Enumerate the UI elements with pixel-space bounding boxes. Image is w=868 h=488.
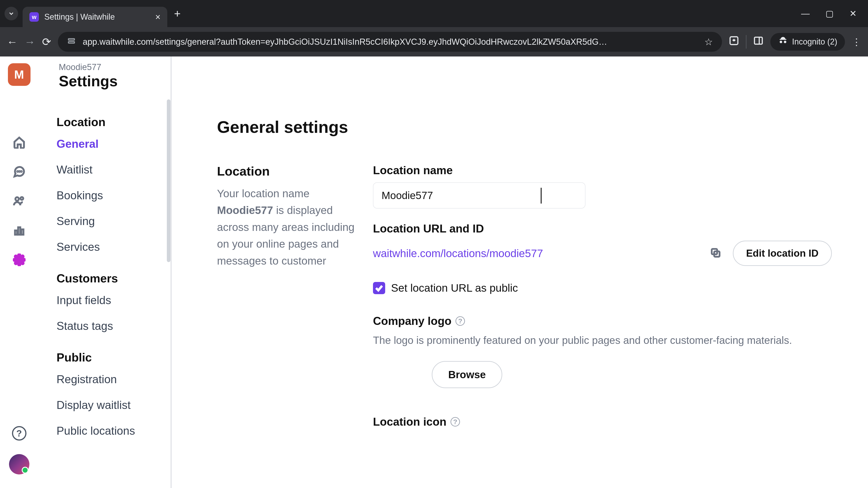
svg-point-5 xyxy=(17,171,18,172)
org-avatar[interactable]: M xyxy=(8,63,31,86)
browser-menu-icon[interactable]: ⋮ xyxy=(852,36,861,47)
back-button[interactable]: ← xyxy=(7,36,18,48)
svg-point-8 xyxy=(16,197,19,201)
icon-help-icon[interactable]: ? xyxy=(451,417,460,427)
svg-point-7 xyxy=(21,171,22,172)
svg-rect-3 xyxy=(754,37,763,44)
section-description: Your location name Moodie577 is displaye… xyxy=(217,185,355,269)
svg-rect-12 xyxy=(21,229,23,234)
sidebar-item-serving[interactable]: Serving xyxy=(57,215,170,228)
nav-rail: M ? xyxy=(0,57,38,488)
browser-titlebar: w Settings | Waitwhile × + — ▢ ✕ xyxy=(0,0,868,27)
sidebar-item-bookings[interactable]: Bookings xyxy=(57,189,170,202)
window-close-icon[interactable]: ✕ xyxy=(849,9,857,18)
forward-button[interactable]: → xyxy=(24,36,35,48)
side-panel-icon[interactable] xyxy=(753,35,764,48)
svg-point-6 xyxy=(19,171,20,172)
svg-rect-1 xyxy=(68,41,74,43)
text-caret xyxy=(541,188,541,203)
tab-favicon: w xyxy=(29,12,39,22)
section-heading-location: Location xyxy=(217,164,355,178)
sidebar-item-input-fields[interactable]: Input fields xyxy=(57,294,170,307)
help-icon[interactable]: ? xyxy=(12,426,26,441)
sidebar-item-display-waitlist[interactable]: Display waitlist xyxy=(57,398,170,412)
svg-point-9 xyxy=(20,197,23,200)
window-maximize-icon[interactable]: ▢ xyxy=(826,9,834,18)
label-location-url: Location URL and ID xyxy=(373,222,832,235)
sidebar-item-general[interactable]: General xyxy=(57,137,170,151)
sidebar-group-public: Public xyxy=(57,351,170,364)
new-tab-button[interactable]: + xyxy=(174,7,181,20)
edit-location-id-button[interactable]: Edit location ID xyxy=(733,240,832,266)
browser-toolbar: ← → ⟳ app.waitwhile.com/settings/general… xyxy=(0,27,868,57)
sidebar-group-customers: Customers xyxy=(57,271,170,285)
sidebar-item-public-locations[interactable]: Public locations xyxy=(57,424,170,437)
chat-icon[interactable] xyxy=(12,165,26,178)
tab-close-icon[interactable]: × xyxy=(155,12,160,22)
svg-rect-11 xyxy=(18,227,20,235)
toolbar-divider xyxy=(746,35,746,48)
label-company-logo: Company logo ? xyxy=(373,315,832,328)
label-location-icon: Location icon ? xyxy=(373,415,832,428)
window-minimize-icon[interactable]: — xyxy=(801,9,810,18)
site-info-icon[interactable] xyxy=(67,36,76,47)
home-icon[interactable] xyxy=(12,135,26,149)
svg-rect-10 xyxy=(15,230,17,235)
sidebar-item-waitlist[interactable]: Waitlist xyxy=(57,163,170,176)
users-icon[interactable] xyxy=(12,194,26,208)
install-app-icon[interactable] xyxy=(729,35,739,48)
browser-tab[interactable]: w Settings | Waitwhile × xyxy=(23,7,167,27)
reload-button[interactable]: ⟳ xyxy=(42,35,51,48)
sidebar-item-status-tags[interactable]: Status tags xyxy=(57,320,170,332)
bookmark-star-icon[interactable]: ☆ xyxy=(704,36,713,47)
tab-search-dropdown[interactable] xyxy=(4,7,18,20)
settings-main: General settings Location Your location … xyxy=(172,57,868,488)
incognito-label: Incognito (2) xyxy=(792,37,837,46)
sidebar-item-registration[interactable]: Registration xyxy=(57,373,170,386)
page-title: General settings xyxy=(217,118,832,137)
logo-help-icon[interactable]: ? xyxy=(456,316,465,326)
tab-title: Settings | Waitwhile xyxy=(44,12,150,22)
location-name-input[interactable]: Moodie577 xyxy=(373,182,585,208)
incognito-indicator[interactable]: Incognito (2) xyxy=(770,33,845,51)
public-url-checkbox[interactable] xyxy=(373,282,385,294)
url-text: app.waitwhile.com/settings/general?authT… xyxy=(83,37,698,47)
label-location-name: Location name xyxy=(373,164,832,177)
address-bar[interactable]: app.waitwhile.com/settings/general?authT… xyxy=(58,32,722,52)
public-url-label: Set location URL as public xyxy=(391,282,518,294)
location-name-value: Moodie577 xyxy=(381,189,433,201)
sidebar-group-location: Location xyxy=(57,115,170,129)
copy-url-icon[interactable] xyxy=(710,247,721,260)
settings-gear-icon[interactable] xyxy=(12,253,26,267)
sidebar-item-services[interactable]: Services xyxy=(57,240,170,254)
user-avatar[interactable] xyxy=(9,454,29,475)
browse-logo-button[interactable]: Browse xyxy=(432,361,502,388)
incognito-icon xyxy=(778,36,788,48)
analytics-icon[interactable] xyxy=(12,224,26,237)
logo-description: The logo is prominently featured on your… xyxy=(373,333,832,348)
location-url-link[interactable]: waitwhile.com/locations/moodie577 xyxy=(373,247,699,260)
svg-rect-0 xyxy=(68,39,74,40)
settings-sidebar: Location General Waitlist Bookings Servi… xyxy=(38,57,172,488)
